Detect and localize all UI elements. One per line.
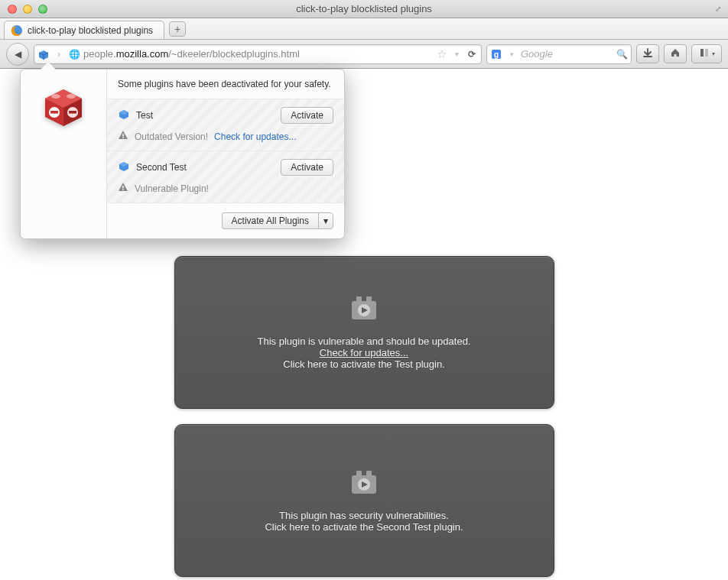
dropdown-icon: ▾ (712, 50, 715, 57)
svg-rect-10 (356, 471, 362, 477)
lego-small-icon (118, 109, 130, 123)
url-text: people.mozilla.com/~dkeeler/blockedplugi… (83, 48, 432, 60)
plugin-doorhanger-popover: Some plugins have been deactivated for y… (20, 69, 345, 239)
plugin-placeholder-2[interactable]: This plugin has security vulnerabilities… (174, 424, 554, 577)
activate-button[interactable]: Activate (281, 159, 333, 176)
plugin-warning-text: Outdated Version! (135, 131, 208, 142)
forward-button[interactable]: › (53, 48, 65, 60)
popover-icon-area (21, 70, 106, 238)
tab-strip: click-to-play blocklisted plugins + (0, 18, 728, 40)
svg-text:g: g (494, 50, 499, 59)
back-icon: ◀ (15, 49, 21, 60)
url-bar[interactable]: › 🌐 people.mozilla.com/~dkeeler/blockedp… (34, 44, 482, 64)
svg-rect-3 (700, 49, 704, 57)
close-window-button[interactable] (8, 5, 17, 14)
bookmark-star-button[interactable]: ☆ (435, 48, 447, 60)
url-prefix: people. (83, 48, 116, 60)
plugin-update-link[interactable]: Check for updates... (320, 347, 408, 358)
svg-rect-6 (356, 296, 362, 303)
tab-active[interactable]: click-to-play blocklisted plugins (4, 21, 164, 39)
svg-rect-20 (122, 138, 124, 139)
search-bar[interactable]: g ▾ Google 🔍 (486, 44, 632, 64)
plugin-name: Test (136, 110, 275, 121)
forward-icon: › (57, 49, 60, 60)
firefox-icon (11, 24, 23, 37)
traffic-lights (0, 5, 47, 14)
zoom-window-button[interactable] (38, 5, 47, 14)
popover-footer: Activate All Plugins ▾ (107, 203, 344, 238)
dropdown-icon: ▾ (455, 50, 459, 58)
plugin-warning-text: Vulnerable Plugin! (135, 183, 209, 194)
svg-rect-18 (69, 111, 76, 114)
popover-header-text: Some plugins have been deactivated for y… (107, 70, 344, 99)
titlebar: click-to-play blocklisted plugins ⤢ (0, 0, 728, 18)
plugin-message-line1: This plugin is vulnerable and should be … (258, 335, 471, 347)
home-button[interactable] (664, 44, 687, 63)
tab-title: click-to-play blocklisted plugins (28, 25, 153, 36)
plugin-message-line2: Click here to activate the Test plugin. (283, 358, 445, 370)
search-placeholder: Google (521, 48, 613, 60)
activate-all-dropdown[interactable]: ▾ (318, 212, 333, 229)
blocked-plugin-icon (347, 295, 381, 325)
back-button[interactable]: ◀ (6, 43, 29, 66)
warning-icon (118, 182, 128, 195)
activate-all-button[interactable]: Activate All Plugins (222, 212, 318, 229)
dropdown-icon: ▾ (510, 50, 514, 58)
svg-point-14 (67, 94, 76, 99)
minimize-window-button[interactable] (23, 5, 32, 14)
plus-icon: + (174, 23, 180, 35)
search-engine-icon[interactable]: g (490, 48, 502, 60)
plugin-placeholder-1[interactable]: This plugin is vulnerable and should be … (174, 256, 554, 409)
svg-rect-19 (122, 134, 124, 137)
svg-point-13 (51, 94, 60, 99)
search-go-button[interactable]: 🔍 (616, 48, 628, 60)
activate-button[interactable]: Activate (281, 107, 333, 124)
plugin-item-1: Test Activate Outdated Version! Check fo… (107, 99, 344, 151)
history-dropdown[interactable]: ▾ (450, 48, 463, 60)
window-title: click-to-play blocklisted plugins (296, 3, 432, 15)
warning-icon (118, 130, 128, 143)
fullscreen-icon[interactable]: ⤢ (713, 4, 723, 15)
star-icon: ☆ (437, 47, 447, 61)
home-icon (670, 47, 681, 60)
svg-rect-21 (122, 186, 124, 189)
plugin-name: Second Test (136, 162, 275, 173)
reload-icon: ⟳ (468, 49, 476, 60)
search-dropdown[interactable]: ▾ (505, 48, 518, 60)
svg-rect-4 (705, 49, 708, 57)
bookmarks-menu-button[interactable]: ▾ (691, 44, 722, 63)
titlebar-right: ⤢ (713, 4, 723, 15)
plugin-message-line1: This plugin has security vulnerabilities… (279, 510, 449, 521)
url-domain: mozilla.com (116, 48, 169, 60)
activate-all-split-button: Activate All Plugins ▾ (222, 212, 333, 229)
plugin-notification-icon[interactable] (37, 48, 50, 60)
new-tab-button[interactable]: + (169, 21, 186, 37)
downloads-button[interactable] (636, 44, 659, 63)
lego-small-icon (118, 160, 130, 175)
download-icon (642, 47, 653, 60)
bookmarks-icon (699, 47, 710, 60)
popover-content: Some plugins have been deactivated for y… (106, 70, 344, 238)
blocked-addon-icon (39, 82, 88, 133)
search-icon: 🔍 (616, 49, 628, 60)
svg-rect-22 (122, 190, 124, 191)
check-for-updates-link[interactable]: Check for updates... (214, 131, 296, 142)
toolbar: ◀ › 🌐 people.mozilla.com/~dkeeler/blocke… (0, 40, 728, 69)
plugin-message-line2: Click here to activate the Second Test p… (265, 521, 463, 533)
svg-rect-7 (366, 296, 372, 303)
browser-chrome: click-to-play blocklisted plugins + ◀ › … (0, 18, 728, 69)
chevron-down-icon: ▾ (323, 215, 328, 226)
svg-rect-16 (50, 111, 58, 114)
url-path: /~dkeeler/blockedplugins.html (168, 48, 300, 60)
reload-button[interactable]: ⟳ (466, 48, 478, 60)
plugin-item-2: Second Test Activate Vulnerable Plugin! (107, 151, 344, 203)
site-identity-icon[interactable]: 🌐 (68, 48, 80, 60)
blocked-plugin-icon (347, 469, 381, 499)
svg-rect-11 (366, 471, 372, 477)
